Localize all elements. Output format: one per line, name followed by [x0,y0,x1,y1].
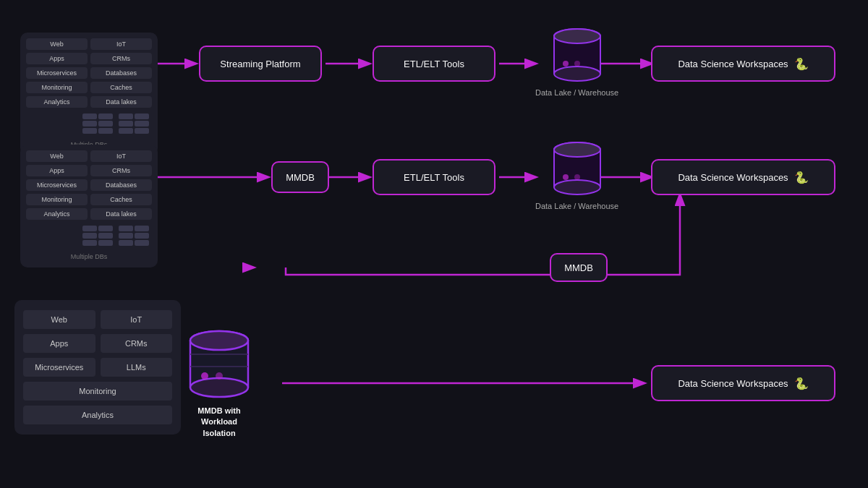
data-lake-label-r2: Data Lake / Warehouse [535,202,618,210]
source-panel-row1: Web IoT Apps CRMs Microservices Database… [20,33,158,155]
source-panel-row3: Web IoT Apps CRMs Microservices LLMs Mon… [14,300,181,435]
mmdb-isolation-cylinder [187,329,252,401]
svg-point-32 [201,372,208,380]
tag-crms-r1: CRMs [90,53,152,64]
tag-anal-r3: Analytics [23,406,172,424]
tag-apps-r2: Apps [26,165,88,176]
tag-anal-r2: Analytics [26,208,88,220]
tag-mon-r1: Monitoring [26,82,88,93]
tag-web-r3: Web [23,310,95,329]
data-science-r3: Data Science Workspaces [651,365,835,401]
mmdb-node-r2: MMDB [271,161,329,193]
streaming-platform-node: Streaming Platform [199,46,322,82]
svg-point-23 [554,142,600,157]
tag-web-r2: Web [26,150,88,162]
data-lake-r2: Data Lake / Warehouse [535,141,618,210]
tag-micro-r3: Microservices [23,358,95,377]
db-cylinder-r1 [551,27,603,85]
mmdb-isolation-label: MMDB withWorkloadIsolation [197,406,240,439]
etl-tools-r1: ETL/ELT Tools [373,46,495,82]
svg-point-15 [554,29,600,43]
tag-mon-r3: Monitoring [23,382,172,401]
data-lake-r1: Data Lake / Warehouse [535,27,618,97]
svg-point-25 [574,174,580,180]
svg-point-33 [216,372,223,380]
tag-cache-r1: Caches [90,82,152,93]
svg-point-16 [563,61,569,67]
source-panel-row2: Web IoT Apps CRMs Microservices Database… [20,145,158,267]
tag-cache-r2: Caches [90,194,152,205]
data-science-r1: Data Science Workspaces [651,46,835,82]
diagram-container: Web IoT Apps CRMs Microservices Database… [0,0,868,488]
db-cylinder-r2 [551,141,603,199]
data-science-r2: Data Science Workspaces [651,159,835,195]
tag-datalake-r2: Data lakes [90,208,152,220]
svg-point-22 [554,180,600,194]
etl-tools-r2: ETL/ELT Tools [373,159,495,195]
multiple-dbs-label-r2: Multiple DBs [71,253,108,260]
tag-web-r1: Web [26,38,88,50]
tag-crms-r2: CRMs [90,165,152,176]
tag-db-r2: Databases [90,179,152,191]
tag-mon-r2: Monitoring [26,194,88,205]
mmdb-bottom-r2: MMDB [550,253,608,282]
svg-point-24 [563,174,569,180]
tag-db-r1: Databases [90,67,152,79]
tag-iot-r1: IoT [90,38,152,50]
tag-crms-r3: CRMs [101,334,173,353]
tag-iot-r2: IoT [90,150,152,162]
tag-llms-r3: LLMs [101,358,173,377]
svg-point-14 [554,67,600,81]
tag-micro-r1: Microservices [26,67,88,79]
mmdb-isolation-node: MMDB withWorkloadIsolation [187,329,252,439]
svg-point-17 [574,61,580,67]
tag-iot-r3: IoT [101,310,173,329]
tag-datalake-r1: Data lakes [90,96,152,108]
svg-point-31 [190,331,248,350]
svg-point-30 [190,378,248,397]
data-lake-label-r1: Data Lake / Warehouse [535,88,618,97]
tag-apps-r3: Apps [23,334,95,353]
tag-micro-r2: Microservices [26,179,88,191]
tag-anal-r1: Analytics [26,96,88,108]
tag-apps-r1: Apps [26,53,88,64]
